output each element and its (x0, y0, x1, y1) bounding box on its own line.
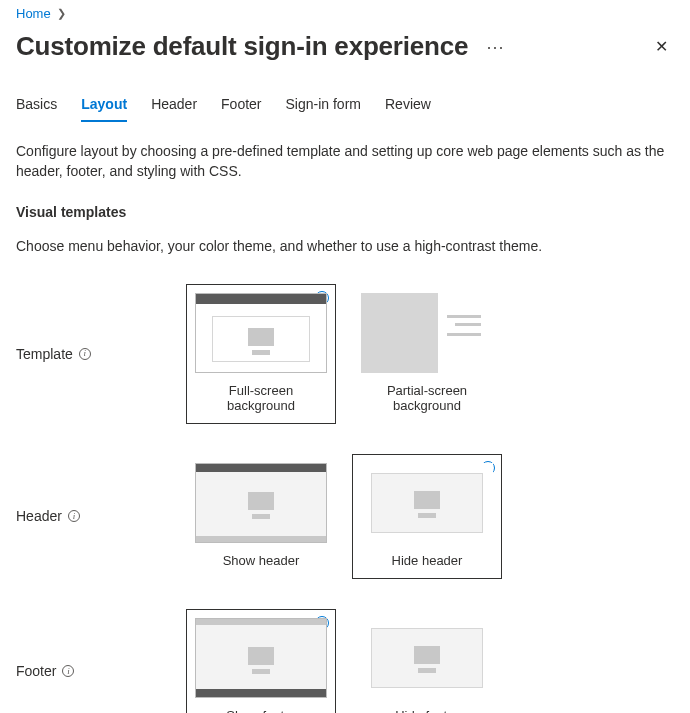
footer-option-show-label: Show footer (195, 708, 327, 713)
tab-signin-form[interactable]: Sign-in form (286, 96, 361, 122)
field-label-header-text: Header (16, 508, 62, 524)
field-row-footer: Footer i Show footer Hide (16, 609, 674, 713)
thumbnail-show-footer-icon (195, 618, 327, 698)
field-row-header: Header i Show header Hide (16, 454, 674, 579)
thumbnail-show-header-icon (195, 463, 327, 543)
header-option-hide[interactable]: Hide header (352, 454, 502, 579)
header-option-hide-label: Hide header (361, 553, 493, 568)
close-icon[interactable]: ✕ (649, 31, 674, 62)
tab-bar: Basics Layout Header Footer Sign-in form… (16, 96, 674, 123)
info-icon[interactable]: i (62, 665, 74, 677)
thumbnail-full-screen-icon (195, 293, 327, 373)
tab-header[interactable]: Header (151, 96, 197, 122)
section-heading-visual-templates: Visual templates (16, 204, 674, 220)
header-option-show-label: Show header (195, 553, 327, 568)
breadcrumb-home-link[interactable]: Home (16, 6, 51, 21)
field-label-template: Template i (16, 346, 186, 362)
template-option-partial-screen-label: Partial-screen background (361, 383, 493, 413)
page-title: Customize default sign-in experience (16, 31, 468, 62)
footer-option-hide-label: Hide footer (361, 708, 493, 713)
tab-basics[interactable]: Basics (16, 96, 57, 122)
footer-option-hide[interactable]: Hide footer (352, 609, 502, 713)
chevron-right-icon: ❯ (57, 7, 66, 20)
template-option-partial-screen[interactable]: Partial-screen background (352, 284, 502, 424)
thumbnail-partial-screen-icon (361, 293, 493, 373)
field-label-footer: Footer i (16, 663, 186, 679)
breadcrumb: Home ❯ (16, 0, 674, 25)
template-option-full-screen[interactable]: Full-screen background (186, 284, 336, 424)
header-option-show[interactable]: Show header (186, 454, 336, 579)
footer-option-show[interactable]: Show footer (186, 609, 336, 713)
title-row: Customize default sign-in experience ⋯ ✕ (16, 31, 674, 62)
more-icon[interactable]: ⋯ (482, 34, 509, 60)
field-label-footer-text: Footer (16, 663, 56, 679)
tab-layout[interactable]: Layout (81, 96, 127, 122)
template-option-full-screen-label: Full-screen background (195, 383, 327, 413)
tab-footer[interactable]: Footer (221, 96, 261, 122)
field-label-template-text: Template (16, 346, 73, 362)
info-icon[interactable]: i (68, 510, 80, 522)
field-row-template: Template i Full-screen background (16, 284, 674, 424)
intro-text: Configure layout by choosing a pre-defin… (16, 141, 674, 182)
section-help-text: Choose menu behavior, your color theme, … (16, 238, 674, 254)
info-icon[interactable]: i (79, 348, 91, 360)
field-label-header: Header i (16, 508, 186, 524)
thumbnail-hide-header-icon (361, 463, 493, 543)
thumbnail-hide-footer-icon (361, 618, 493, 698)
tab-review[interactable]: Review (385, 96, 431, 122)
